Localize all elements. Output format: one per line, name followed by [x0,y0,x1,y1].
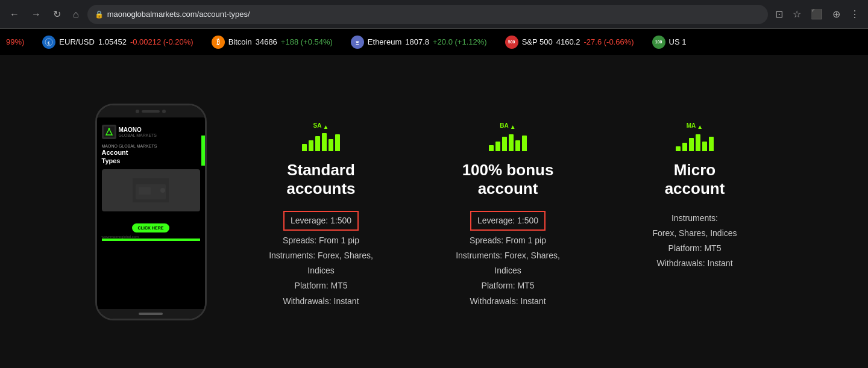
accounts-area: SA ▲ Standardaccounts Leverage: 1:500 Sp… [243,115,773,309]
bonus-bar-chart [489,130,527,151]
us100-icon: 100 [652,36,665,49]
phone-logo-icon [102,125,116,139]
ethereum-change: +20.0 (+1.12%) [433,37,487,46]
phone-logo-sub: GLOBAL MARKETS [119,133,157,137]
standard-account-card: SA ▲ Standardaccounts Leverage: 1:500 Sp… [243,115,400,309]
phone-brand: MAONO [119,126,157,133]
standard-indices: Indices [307,266,334,275]
ticker-item-us100: 100 US 1 [652,36,690,49]
bonus-account-title: 100% bonusaccount [430,161,587,198]
standard-leverage: Leverage: 1:500 [283,211,359,231]
sp500-change: -27.6 (-0.66%) [583,37,634,46]
main-content: MAONO GLOBAL MARKETS MAONO GLOBAL MARKET… [0,55,868,368]
ticker-item-partial: 99%) [6,37,24,46]
bonus-withdrawals: Withdrawals: Instant [470,296,546,306]
cast-icon[interactable]: ⊡ [773,6,785,22]
back-button[interactable]: ← [6,7,23,22]
svg-rect-11 [139,187,151,195]
refresh-button[interactable]: ↻ [49,6,64,22]
ticker-item-ethereum: Ξ Ethereum 1807.8 +20.0 (+1.12%) [351,36,487,49]
ethereum-icon: Ξ [351,36,364,49]
url-text: maonoglobalmarkets.com/account-types/ [107,10,250,19]
micro-account-icon: MA ▲ [617,115,773,151]
phone-screen-content: MAONO GLOBAL MARKETS MAONO GLOBAL MARKET… [97,117,205,309]
ticker-item-sp500: 500 S&P 500 4160.2 -27.6 (-0.66%) [505,36,634,49]
address-bar[interactable]: 🔒 maonoglobalmarkets.com/account-types/ [87,5,768,24]
svg-text:₿: ₿ [216,39,220,46]
micro-account-title: Microaccount [617,161,773,198]
svg-point-12 [160,188,165,193]
phone-title: AccountTypes [102,148,200,166]
browser-actions: ⊡ ☆ ⬛ ⊕ ⋮ [773,6,862,22]
micro-account-card: MA ▲ Microaccount Instruments: Forex, Sh… [617,115,773,271]
standard-account-icon: SA ▲ [243,115,400,151]
phone-bottom-bar [102,239,200,241]
micro-platform: Platform: MT5 [668,243,722,253]
bonus-platform: Platform: MT5 [482,281,535,290]
us100-name: US 1 [669,37,687,46]
ticker-bar: 99%) € EUR/USD 1.05452 -0.00212 (-0.20%)… [0,29,868,55]
phone-green-accent [201,136,205,166]
standard-instruments: Instruments: Forex, Shares, [269,251,373,260]
sp500-name: S&P 500 [522,37,553,46]
standard-account-details: Leverage: 1:500 Spreads: From 1 pip Inst… [243,211,400,309]
micro-withdrawals: Withdrawals: Instant [656,258,732,268]
standard-account-title: Standardaccounts [243,161,400,198]
bonus-account-card: BA ▲ 100% bonusaccount Leverage: 1:500 S… [430,115,587,309]
phone-home-bar [97,309,205,319]
standard-withdrawals: Withdrawals: Instant [283,296,359,306]
sp500-price: 4160.2 [556,37,580,46]
phone-image [102,169,200,211]
svg-text:Ξ: Ξ [356,40,359,46]
bitcoin-price: 34686 [256,37,277,46]
standard-spreads: Spreads: From 1 pip [283,235,359,245]
bookmark-icon[interactable]: ☆ [790,6,804,22]
lock-icon: 🔒 [95,10,104,19]
svg-point-8 [108,128,110,130]
micro-account-details: Instruments: Forex, Shares, Indices Plat… [617,211,773,272]
extensions-icon[interactable]: ⬛ [808,6,825,22]
ethereum-price: 1807.8 [405,37,429,46]
bonus-account-icon: BA ▲ [430,115,587,151]
micro-bar-chart [676,130,714,151]
phone-cta-button[interactable]: CLICK HERE [132,223,170,232]
ethereum-name: Ethereum [368,37,401,46]
bitcoin-name: Bitcoin [228,37,252,46]
micro-instruments-value: Forex, Shares, Indices [652,228,737,238]
bitcoin-change: +188 (+0.54%) [281,37,333,46]
standard-platform: Platform: MT5 [295,281,348,290]
sp500-icon: 500 [505,36,518,49]
ticker-item-eurusd: € EUR/USD 1.05452 -0.00212 (-0.20%) [42,36,193,49]
standard-bar-chart [302,130,340,151]
eurusd-name: EUR/USD [59,37,95,46]
phone-mockup: MAONO GLOBAL MARKETS MAONO GLOBAL MARKET… [95,104,207,320]
svg-text:€: € [48,40,50,45]
bonus-spreads: Spreads: From 1 pip [470,235,546,245]
phone-logo: MAONO GLOBAL MARKETS [102,122,200,142]
bitcoin-icon: ₿ [212,36,225,49]
eurusd-icon: € [42,36,55,49]
phone-subtitle: MAONO GLOBAL MARKETS [102,144,200,148]
browser-chrome: ← → ↻ ⌂ 🔒 maonoglobalmarkets.com/account… [0,0,868,29]
profile-icon[interactable]: ⊕ [830,6,843,22]
bonus-leverage: Leverage: 1:500 [470,211,546,231]
eurusd-change: -0.00212 (-0.20%) [130,37,193,46]
phone-top-bar [97,105,205,117]
eurusd-price: 1.05452 [98,37,127,46]
bonus-indices: Indices [494,266,521,275]
forward-button[interactable]: → [28,7,45,22]
bonus-account-details: Leverage: 1:500 Spreads: From 1 pip Inst… [430,211,587,309]
menu-icon[interactable]: ⋮ [848,6,862,22]
micro-instruments-label: Instruments: [671,213,718,223]
bonus-instruments: Instruments: Forex, Shares, [456,251,560,260]
home-button[interactable]: ⌂ [69,7,83,22]
ticker-item-bitcoin: ₿ Bitcoin 34686 +188 (+0.54%) [212,36,333,49]
